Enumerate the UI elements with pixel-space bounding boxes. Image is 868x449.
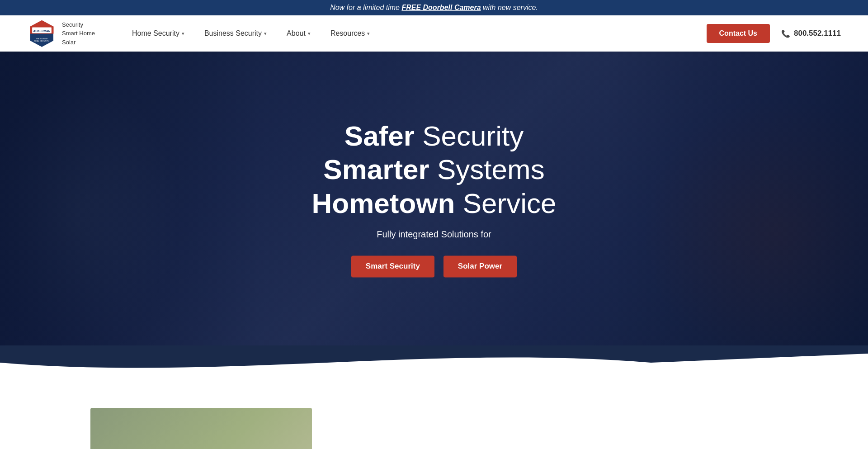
hero-section: Safer Security Smarter Systems Hometown … (0, 52, 868, 345)
hero-buttons: Smart Security Solar Power (276, 256, 592, 278)
nav-resources[interactable]: Resources ▾ (321, 15, 380, 52)
chevron-down-icon: ▾ (367, 31, 370, 37)
navbar: ACKERMAN THE SIGN OF REAL SECURITY Secur… (0, 15, 868, 52)
hero-headline: Safer Security Smarter Systems Hometown … (276, 119, 592, 220)
banner-text: Now for a limited time FREE Doorbell Cam… (330, 4, 538, 11)
contact-us-button[interactable]: Contact Us (707, 24, 770, 43)
logo-icon: ACKERMAN THE SIGN OF REAL SECURITY (27, 19, 57, 48)
logo-text: Security Smart Home Solar (62, 20, 95, 47)
logo-link[interactable]: ACKERMAN THE SIGN OF REAL SECURITY Secur… (27, 19, 95, 48)
nav-business-security[interactable]: Business Security ▾ (194, 15, 277, 52)
hero-subtitle: Fully integrated Solutions for (276, 230, 592, 240)
phone-number: 800.552.1111 (794, 29, 841, 38)
chevron-down-icon: ▾ (264, 31, 267, 37)
svg-text:ACKERMAN: ACKERMAN (33, 29, 51, 32)
hero-line-3: Hometown Service (276, 187, 592, 220)
nav-about[interactable]: About ▾ (277, 15, 321, 52)
chevron-down-icon: ▾ (308, 31, 311, 37)
chevron-down-icon: ▾ (182, 31, 184, 37)
svg-text:THE SIGN OF: THE SIGN OF (36, 37, 48, 39)
hero-line-2: Smarter Systems (276, 153, 592, 187)
smart-security-button[interactable]: Smart Security (351, 256, 434, 278)
preview-card (90, 408, 312, 449)
nav-links: Home Security ▾ Business Security ▾ Abou… (122, 15, 698, 52)
phone-area: 📞 800.552.1111 (781, 29, 841, 38)
hero-content: Safer Security Smarter Systems Hometown … (276, 119, 592, 277)
solar-power-button[interactable]: Solar Power (443, 256, 517, 278)
below-fold-section (0, 381, 868, 449)
hero-line-1: Safer Security (276, 119, 592, 153)
card-image (90, 408, 312, 449)
phone-icon: 📞 (781, 29, 790, 38)
wave-divider (0, 345, 868, 381)
nav-home-security[interactable]: Home Security ▾ (122, 15, 194, 52)
svg-text:REAL SECURITY: REAL SECURITY (34, 40, 49, 42)
promo-banner: Now for a limited time FREE Doorbell Cam… (0, 0, 868, 15)
